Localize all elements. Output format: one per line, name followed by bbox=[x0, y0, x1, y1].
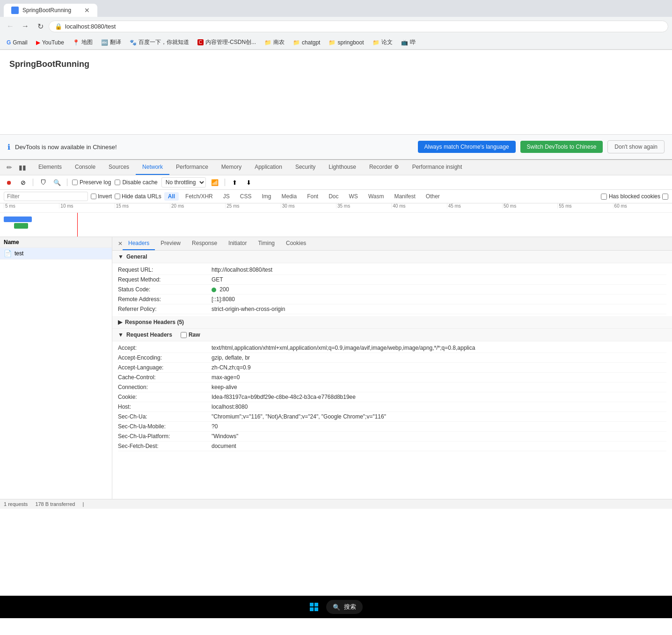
bookmarks-bar: G Gmail ▶ YouTube 📍 地图 🔤 翻译 🐾 百度一下，你就知道 … bbox=[0, 36, 672, 50]
sec-ch-ua-mobile-label: Sec-Ch-Ua-Mobile: bbox=[118, 423, 212, 430]
bookmark-youtube[interactable]: ▶ YouTube bbox=[33, 38, 67, 47]
tab-performance[interactable]: Performance bbox=[169, 160, 215, 175]
has-blocked-checkbox[interactable] bbox=[601, 194, 607, 200]
filter-font-btn[interactable]: Font bbox=[303, 192, 322, 201]
export-har-btn[interactable]: ⬆ bbox=[230, 177, 240, 188]
bookmark-label: 内容管理-CSDN创... bbox=[205, 38, 256, 46]
bookmark-springboot[interactable]: 📁 springboot bbox=[326, 38, 366, 47]
general-section-header[interactable]: ▼ General bbox=[112, 251, 672, 263]
tab-bar: SpringBootRunning ✕ bbox=[0, 0, 672, 17]
filter-js-btn[interactable]: JS bbox=[219, 192, 234, 201]
bookmark-bilibili[interactable]: 📺 哔 bbox=[398, 37, 418, 47]
accept-value: text/html,application/xhtml+xml,applicat… bbox=[212, 345, 475, 351]
bookmark-label: 哔 bbox=[410, 38, 416, 46]
invert-checkbox[interactable] bbox=[91, 194, 96, 199]
tab-application[interactable]: Application bbox=[248, 160, 289, 175]
windows-start-btn[interactable] bbox=[309, 602, 319, 612]
tab-timing[interactable]: Timing bbox=[252, 237, 280, 250]
bookmark-chatgpt[interactable]: 📁 chatgpt bbox=[290, 38, 323, 47]
clear-btn[interactable]: ⊘ bbox=[18, 177, 28, 188]
notification-text: DevTools is now available in Chinese! bbox=[15, 144, 413, 151]
request-headers-section[interactable]: ▼ Request Headers Raw bbox=[112, 329, 672, 341]
raw-checkbox[interactable] bbox=[181, 332, 187, 338]
response-headers-section[interactable]: ▶ Response Headers (5) bbox=[112, 316, 672, 329]
browser-tab[interactable]: SpringBootRunning ✕ bbox=[4, 4, 97, 17]
disable-cache-label[interactable]: Disable cache bbox=[115, 179, 157, 186]
tab-lighthouse[interactable]: Lighthouse bbox=[322, 160, 363, 175]
filter-all-btn[interactable]: All bbox=[164, 192, 179, 201]
has-blocked-checkbox2[interactable] bbox=[662, 194, 668, 200]
throttle-select[interactable]: No throttling bbox=[161, 177, 206, 188]
preserve-log-checkbox[interactable] bbox=[72, 180, 78, 185]
tab-sources[interactable]: Sources bbox=[102, 160, 136, 175]
bookmark-nannong[interactable]: 📁 南农 bbox=[262, 37, 287, 47]
wifi-icon-btn[interactable]: 📶 bbox=[210, 177, 220, 188]
reload-btn[interactable]: ↻ bbox=[34, 20, 47, 33]
tab-preview[interactable]: Preview bbox=[155, 237, 186, 250]
element-picker-btn[interactable]: ✏ bbox=[4, 162, 15, 173]
request-name: test bbox=[15, 250, 23, 257]
tab-network[interactable]: Network bbox=[136, 160, 169, 175]
tab-recorder[interactable]: Recorder ⚙ bbox=[363, 160, 406, 175]
accept-language-label: Accept-Language: bbox=[118, 364, 212, 371]
bookmark-label: YouTube bbox=[42, 39, 64, 46]
match-language-btn[interactable]: Always match Chrome's language bbox=[418, 141, 516, 153]
filter-wasm-btn[interactable]: Wasm bbox=[365, 192, 388, 201]
tab-security[interactable]: Security bbox=[289, 160, 322, 175]
bookmark-lunwen[interactable]: 📁 论文 bbox=[370, 37, 395, 47]
tab-close-btn[interactable]: ✕ bbox=[84, 7, 90, 14]
hide-data-urls-checkbox[interactable] bbox=[115, 194, 120, 199]
tab-response[interactable]: Response bbox=[186, 237, 223, 250]
tab-memory[interactable]: Memory bbox=[215, 160, 248, 175]
filter-css-btn[interactable]: CSS bbox=[236, 192, 256, 201]
hide-data-urls-label[interactable]: Hide data URLs bbox=[115, 193, 161, 200]
raw-label[interactable]: Raw bbox=[181, 332, 200, 338]
search-btn[interactable]: 🔍 bbox=[52, 177, 62, 188]
filter-manifest-btn[interactable]: Manifest bbox=[390, 192, 419, 201]
bookmark-maps[interactable]: 📍 地图 bbox=[70, 37, 95, 47]
tab-initiator[interactable]: Initiator bbox=[223, 237, 252, 250]
filter-btn[interactable]: ⛉ bbox=[38, 177, 48, 188]
host-value: localhost:8080 bbox=[212, 404, 248, 410]
dont-show-again-btn[interactable]: Don't show again bbox=[607, 140, 665, 153]
preserve-log-label[interactable]: Preserve log bbox=[72, 179, 111, 186]
bookmark-csdn[interactable]: C 内容管理-CSDN创... bbox=[195, 37, 259, 47]
sec-fetch-dest-row: Sec-Fetch-Dest: document bbox=[118, 441, 666, 451]
filter-media-btn[interactable]: Media bbox=[278, 192, 300, 201]
bookmark-translate[interactable]: 🔤 翻译 bbox=[98, 37, 124, 47]
network-list-item[interactable]: 📄 test bbox=[0, 248, 112, 260]
filter-input[interactable] bbox=[4, 192, 88, 201]
bookmark-baidu[interactable]: 🐾 百度一下，你就知道 bbox=[127, 37, 192, 47]
network-split: Name 📄 test ✕ Headers Preview Response I… bbox=[0, 237, 672, 499]
accept-row: Accept: text/html,application/xhtml+xml,… bbox=[118, 343, 666, 353]
back-btn[interactable]: ← bbox=[4, 20, 17, 33]
address-bar[interactable]: 🔒 localhost:8080/test bbox=[49, 21, 668, 32]
invert-checkbox-label[interactable]: Invert bbox=[91, 193, 112, 200]
bookmark-gmail[interactable]: G Gmail bbox=[4, 38, 30, 47]
accept-label: Accept: bbox=[118, 345, 212, 351]
headers-panel-tabs: ✕ Headers Preview Response Initiator Tim… bbox=[112, 237, 672, 251]
tab-console[interactable]: Console bbox=[68, 160, 102, 175]
host-label: Host: bbox=[118, 404, 212, 410]
cache-control-value: max-age=0 bbox=[212, 374, 240, 381]
record-btn[interactable]: ⏺ bbox=[4, 177, 14, 188]
filter-ws-btn[interactable]: WS bbox=[345, 192, 362, 201]
raw-text: Raw bbox=[189, 332, 200, 338]
filter-fetch-xhr-btn[interactable]: Fetch/XHR bbox=[182, 192, 217, 201]
disable-cache-checkbox[interactable] bbox=[115, 180, 120, 185]
filter-other-btn[interactable]: Other bbox=[422, 192, 444, 201]
tab-headers[interactable]: Headers bbox=[123, 237, 155, 250]
tab-performance-insights[interactable]: Performance insight bbox=[406, 160, 469, 175]
tab-elements[interactable]: Elements bbox=[32, 160, 68, 175]
forward-btn[interactable]: → bbox=[19, 20, 32, 33]
taskbar-search[interactable]: 🔍 搜索 bbox=[326, 600, 363, 614]
switch-devtools-btn[interactable]: Switch DevTools to Chinese bbox=[520, 141, 603, 153]
filter-img-btn[interactable]: Img bbox=[258, 192, 275, 201]
tab-cookies[interactable]: Cookies bbox=[280, 237, 312, 250]
device-toolbar-btn[interactable]: ▮▮ bbox=[17, 162, 28, 173]
panel-close-btn[interactable]: ✕ bbox=[118, 240, 123, 247]
filter-doc-btn[interactable]: Doc bbox=[325, 192, 342, 201]
import-har-btn[interactable]: ⬇ bbox=[244, 177, 254, 188]
accept-encoding-label: Accept-Encoding: bbox=[118, 354, 212, 361]
youtube-icon: ▶ bbox=[36, 39, 40, 46]
